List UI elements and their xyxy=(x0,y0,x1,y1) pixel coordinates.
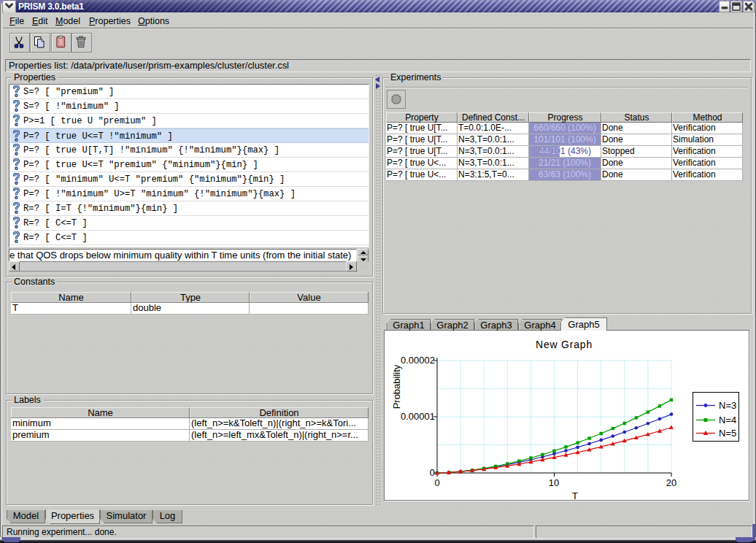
svg-text:10: 10 xyxy=(549,477,559,488)
svg-text:20: 20 xyxy=(666,477,676,488)
svg-text:0: 0 xyxy=(430,467,435,478)
svg-text:N=3: N=3 xyxy=(719,400,736,411)
svg-text:0: 0 xyxy=(434,477,439,488)
svg-text:T: T xyxy=(572,490,578,500)
svg-text:N=5: N=5 xyxy=(719,428,736,439)
svg-text:N=4: N=4 xyxy=(719,415,736,425)
svg-text:Probability: Probability xyxy=(391,364,402,409)
svg-text:New Graph: New Graph xyxy=(536,339,593,350)
svg-text:0.00002: 0.00002 xyxy=(401,355,435,366)
svg-text:0.00001: 0.00001 xyxy=(401,411,435,422)
